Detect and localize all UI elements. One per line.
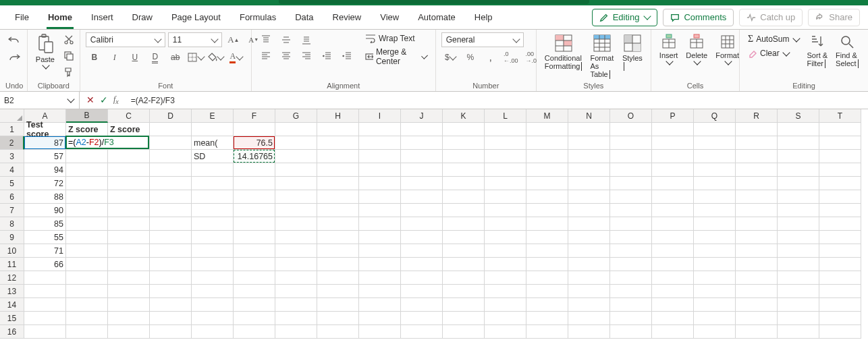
cell[interactable] xyxy=(443,244,485,258)
cell[interactable] xyxy=(192,285,234,298)
cell[interactable] xyxy=(568,325,610,339)
cell[interactable] xyxy=(736,298,778,312)
cell[interactable]: mean( xyxy=(192,136,234,150)
cell[interactable] xyxy=(275,244,317,258)
cell[interactable] xyxy=(66,312,108,325)
share-button[interactable]: Share xyxy=(808,9,860,26)
row-header[interactable]: 5 xyxy=(0,177,24,190)
cell[interactable] xyxy=(150,204,192,217)
cell[interactable] xyxy=(694,217,736,231)
cell[interactable] xyxy=(778,190,819,204)
cell[interactable] xyxy=(150,312,192,325)
cell[interactable] xyxy=(443,271,485,285)
cell[interactable] xyxy=(108,244,150,258)
cell[interactable] xyxy=(150,217,192,231)
cell[interactable] xyxy=(652,258,694,271)
cell[interactable] xyxy=(526,285,568,298)
cell[interactable] xyxy=(317,298,359,312)
wrap-text-button[interactable]: Wrap Text xyxy=(362,32,430,45)
cell[interactable] xyxy=(359,204,401,217)
row-header[interactable]: 3 xyxy=(0,150,24,163)
cell[interactable] xyxy=(568,231,610,244)
cell[interactable] xyxy=(234,217,275,231)
row-header[interactable]: 12 xyxy=(0,271,24,285)
cell[interactable] xyxy=(401,204,443,217)
cell[interactable] xyxy=(66,258,108,271)
cell[interactable] xyxy=(526,177,568,190)
underline-button[interactable]: U xyxy=(126,50,144,65)
cell[interactable] xyxy=(108,312,150,325)
column-header[interactable]: J xyxy=(401,109,443,123)
cell[interactable] xyxy=(108,163,150,177)
cell[interactable] xyxy=(317,150,359,163)
cell[interactable] xyxy=(526,258,568,271)
row-header[interactable]: 15 xyxy=(0,312,24,325)
cell[interactable] xyxy=(610,258,652,271)
cell[interactable] xyxy=(819,285,861,298)
cell[interactable] xyxy=(485,177,526,190)
cell[interactable] xyxy=(526,136,568,150)
merge-center-button[interactable]: Merge & Center xyxy=(362,46,430,67)
cell[interactable] xyxy=(778,312,819,325)
borders-button[interactable] xyxy=(187,50,205,65)
cell[interactable] xyxy=(359,217,401,231)
cell[interactable] xyxy=(234,325,275,339)
cell[interactable] xyxy=(317,271,359,285)
cell[interactable] xyxy=(610,150,652,163)
cell[interactable] xyxy=(778,177,819,190)
cell[interactable] xyxy=(736,150,778,163)
cell[interactable] xyxy=(778,271,819,285)
cell[interactable] xyxy=(317,325,359,339)
cell[interactable] xyxy=(192,271,234,285)
cell[interactable] xyxy=(401,123,443,136)
cell[interactable] xyxy=(192,258,234,271)
cell[interactable] xyxy=(66,204,108,217)
cell[interactable] xyxy=(234,204,275,217)
cell[interactable] xyxy=(610,204,652,217)
cell[interactable]: 72 xyxy=(24,177,66,190)
row-header[interactable]: 16 xyxy=(0,325,24,339)
cell[interactable] xyxy=(443,231,485,244)
column-header[interactable]: N xyxy=(568,109,610,123)
cell[interactable] xyxy=(568,177,610,190)
cell[interactable] xyxy=(568,204,610,217)
cell[interactable] xyxy=(485,285,526,298)
cell[interactable]: 57 xyxy=(24,150,66,163)
cell[interactable] xyxy=(234,190,275,204)
cell[interactable] xyxy=(485,163,526,177)
cell[interactable] xyxy=(150,325,192,339)
cell[interactable] xyxy=(275,204,317,217)
cell[interactable] xyxy=(694,325,736,339)
cell[interactable] xyxy=(736,244,778,258)
cell[interactable] xyxy=(652,325,694,339)
cell[interactable] xyxy=(108,298,150,312)
cell[interactable] xyxy=(150,123,192,136)
cell[interactable] xyxy=(694,231,736,244)
cell[interactable] xyxy=(652,204,694,217)
copy-button[interactable] xyxy=(60,49,78,63)
font-name-select[interactable]: Calibri xyxy=(86,32,165,47)
cell[interactable] xyxy=(610,123,652,136)
cell[interactable] xyxy=(192,190,234,204)
undo-button[interactable] xyxy=(5,32,23,47)
select-all-corner[interactable] xyxy=(0,109,24,123)
cell[interactable] xyxy=(401,190,443,204)
cell[interactable] xyxy=(568,312,610,325)
font-color-button[interactable]: A xyxy=(227,50,245,65)
cell[interactable]: 88 xyxy=(24,190,66,204)
cell[interactable] xyxy=(485,244,526,258)
row-header[interactable]: 14 xyxy=(0,298,24,312)
align-top-button[interactable] xyxy=(257,32,275,47)
cell[interactable] xyxy=(401,150,443,163)
cell[interactable] xyxy=(359,271,401,285)
cell[interactable] xyxy=(192,325,234,339)
cell[interactable] xyxy=(652,177,694,190)
editing-mode-button[interactable]: Editing xyxy=(592,9,658,26)
cell[interactable] xyxy=(443,177,485,190)
cell[interactable] xyxy=(652,312,694,325)
cell[interactable] xyxy=(778,150,819,163)
cell[interactable] xyxy=(485,258,526,271)
cell[interactable] xyxy=(24,312,66,325)
cell-styles-button[interactable]: Styles xyxy=(620,32,645,72)
cell[interactable] xyxy=(778,204,819,217)
